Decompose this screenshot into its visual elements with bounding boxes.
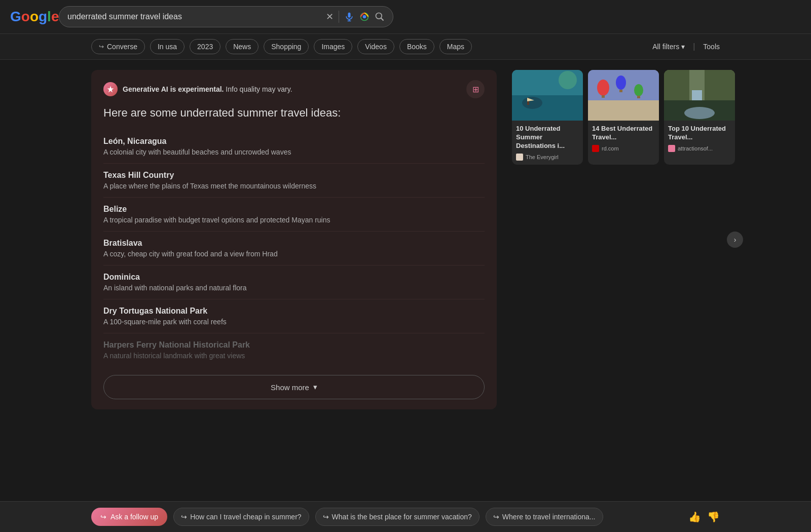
destination-name-bratislava: Bratislava: [103, 239, 485, 248]
ask-followup-button[interactable]: ↪ Ask a follow up: [91, 508, 167, 526]
ai-disclaimer-bold: Generative AI is experimental.: [123, 85, 224, 93]
ai-disclaimer-rest: Info quality may vary.: [226, 85, 292, 93]
followup-chip-arrow-0: ↪: [181, 513, 187, 521]
svg-point-25: [684, 107, 715, 119]
card-image-3: [664, 70, 735, 121]
svg-line-6: [381, 18, 384, 21]
svg-point-17: [616, 75, 626, 90]
chip-shopping-label: Shopping: [271, 43, 301, 51]
chip-shopping[interactable]: Shopping: [264, 39, 309, 54]
show-more-button[interactable]: Show more ▾: [103, 375, 485, 399]
card-title-3: Top 10 Underrated Travel...: [668, 125, 731, 142]
chip-videos-label: Videos: [365, 43, 387, 51]
card-source-label-1: The Everygirl: [526, 154, 559, 160]
chip-news[interactable]: News: [226, 39, 259, 54]
destination-item-belize: Belize A tropical paradise with budget t…: [103, 198, 485, 232]
chip-images-label: Images: [321, 43, 345, 51]
chevron-down-icon: ▾: [681, 43, 685, 51]
destination-item-leon: León, Nicaragua A colonial city with bea…: [103, 130, 485, 164]
card-info-2: 14 Best Underrated Travel... rd.com: [588, 121, 659, 156]
followup-bar: ↪ Ask a follow up ↪ How can I travel che…: [0, 501, 811, 532]
followup-chip-1[interactable]: ↪ What is the best place for summer vaca…: [315, 508, 480, 526]
destination-desc-dominica: An island with national parks and natura…: [103, 284, 485, 292]
followup-chip-0[interactable]: ↪ How can I travel cheap in summer?: [173, 508, 309, 526]
card-source-label-3: attractionsof...: [678, 145, 713, 151]
chip-2023-label: 2023: [197, 43, 213, 51]
card-title-1: 10 Underrated Summer Destinations i...: [516, 125, 579, 150]
ai-panel: Generative AI is experimental. Info qual…: [91, 70, 497, 409]
svg-point-4: [363, 15, 366, 19]
tools-button[interactable]: Tools: [703, 43, 720, 51]
card-source-2: rd.com: [592, 145, 655, 152]
favicon-everygirl: [516, 154, 523, 161]
svg-point-15: [597, 80, 609, 96]
panel-view-toggle-button[interactable]: ⊞: [466, 80, 485, 98]
svg-rect-18: [619, 90, 622, 92]
destination-desc-harpers: A natural historical landmark with great…: [103, 352, 485, 360]
destination-desc-drytortugas: A 100-square-mile park with coral reefs: [103, 318, 485, 326]
chip-books-label: Books: [407, 43, 427, 51]
destination-name-drytortugas: Dry Tortugas National Park: [103, 307, 485, 316]
thumbs-up-button[interactable]: 👍: [688, 511, 701, 523]
tools-label: Tools: [703, 43, 720, 51]
svg-rect-14: [588, 100, 659, 121]
chips-bar: ↪ Converse In usa 2023 News Shopping Ima…: [0, 34, 811, 60]
destination-name-harpers: Harpers Ferry National Historical Park: [103, 340, 485, 350]
converse-arrow-icon: ↪: [99, 43, 104, 50]
card-1[interactable]: 10 Underrated Summer Destinations i... T…: [512, 70, 583, 165]
search-button[interactable]: [375, 12, 385, 22]
lens-button[interactable]: [359, 12, 370, 22]
destination-item-texas: Texas Hill Country A place where the pla…: [103, 164, 485, 198]
mic-button[interactable]: [344, 12, 354, 22]
chip-converse-label: Converse: [107, 43, 137, 51]
destination-desc-texas: A place where the plains of Texas meet t…: [103, 182, 485, 190]
all-filters-button[interactable]: All filters ▾: [652, 43, 685, 51]
ai-logo-icon: [103, 82, 118, 96]
svg-rect-16: [602, 95, 605, 98]
header: Google ✕: [0, 0, 811, 34]
ask-followup-label: Ask a follow up: [110, 513, 158, 521]
card-3[interactable]: Top 10 Underrated Travel... attractionso…: [664, 70, 735, 165]
show-more-label: Show more: [271, 383, 309, 392]
destination-item-drytortugas: Dry Tortugas National Park A 100-square-…: [103, 299, 485, 333]
svg-point-19: [634, 84, 643, 96]
chip-news-label: News: [233, 43, 251, 51]
chip-inusa[interactable]: In usa: [150, 39, 185, 54]
svg-rect-0: [348, 13, 351, 18]
followup-chip-label-2: Where to travel internationa...: [502, 513, 596, 521]
card-image-1: [512, 70, 583, 121]
chevron-down-icon: ▾: [313, 383, 317, 392]
ai-panel-title: Here are some underrated summer travel i…: [103, 106, 485, 120]
svg-rect-8: [512, 95, 583, 121]
destination-name-dominica: Dominica: [103, 273, 485, 282]
clear-button[interactable]: ✕: [326, 11, 334, 22]
chip-videos[interactable]: Videos: [357, 39, 394, 54]
ai-disclaimer: Generative AI is experimental. Info qual…: [123, 85, 292, 93]
card-info-3: Top 10 Underrated Travel... attractionso…: [664, 121, 735, 156]
chip-books[interactable]: Books: [399, 39, 434, 54]
destination-name-leon: León, Nicaragua: [103, 137, 485, 146]
card-source-label-2: rd.com: [602, 145, 619, 151]
search-bar: ✕: [59, 6, 393, 27]
destination-desc-leon: A colonial city with beautiful beaches a…: [103, 148, 485, 156]
card-2[interactable]: 14 Best Underrated Travel... rd.com: [588, 70, 659, 165]
followup-chip-2[interactable]: ↪ Where to travel internationa...: [486, 508, 603, 526]
followup-chip-arrow-2: ↪: [493, 513, 499, 521]
thumbs-down-button[interactable]: 👎: [707, 511, 720, 523]
thumbs-container: 👍 👎: [688, 511, 720, 523]
cards-next-button[interactable]: ›: [727, 232, 743, 248]
chip-images[interactable]: Images: [314, 39, 352, 54]
destination-desc-bratislava: A cozy, cheap city with great food and a…: [103, 250, 485, 258]
chip-converse[interactable]: ↪ Converse: [91, 39, 145, 54]
divider: [339, 11, 339, 23]
chip-2023[interactable]: 2023: [190, 39, 220, 54]
search-input[interactable]: [67, 12, 321, 21]
chip-inusa-label: In usa: [158, 43, 177, 51]
card-image-2: [588, 70, 659, 121]
chip-maps[interactable]: Maps: [439, 39, 472, 54]
ai-header: Generative AI is experimental. Info qual…: [103, 80, 485, 98]
destination-item-dominica: Dominica An island with national parks a…: [103, 265, 485, 299]
followup-chip-arrow-1: ↪: [323, 513, 329, 521]
all-filters-label: All filters: [652, 43, 679, 51]
cards-container: 10 Underrated Summer Destinations i... T…: [512, 70, 735, 409]
